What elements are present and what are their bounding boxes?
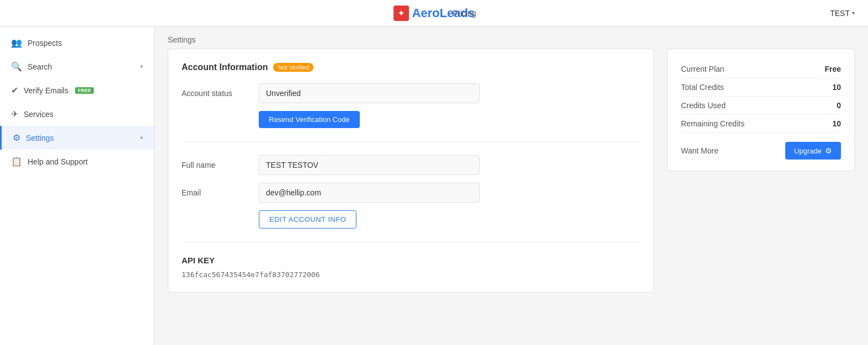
- sidebar-item-settings[interactable]: ⚙ Settings ▾: [0, 126, 154, 150]
- edit-account-button[interactable]: EDIT ACCOUNT INFO: [259, 210, 356, 229]
- user-menu[interactable]: TEST ▾: [830, 9, 855, 18]
- want-more-row: Want More Upgrade ⚙: [681, 142, 841, 160]
- full-name-label: Full name: [182, 161, 259, 169]
- want-more-label: Want More: [681, 146, 718, 155]
- services-icon: ✈: [11, 109, 18, 119]
- section-title-text: Account Information: [182, 62, 268, 72]
- sidebar-item-services[interactable]: ✈ Services: [0, 102, 154, 126]
- email-input[interactable]: [259, 183, 480, 203]
- main-content: Settings Account Information Not Verifie…: [155, 26, 868, 345]
- search-chevron-icon: ▾: [140, 63, 143, 70]
- upgrade-label: Upgrade: [794, 147, 822, 155]
- api-key-title: API KEY: [182, 256, 640, 265]
- resend-row: Resend Verification Code: [259, 111, 640, 128]
- top-nav: ✦ AeroLeads Pricing TEST ▾: [0, 0, 868, 26]
- account-info-section-title: Account Information Not Verified: [182, 62, 640, 72]
- full-name-input[interactable]: [259, 155, 480, 175]
- free-badge: FREE: [75, 87, 94, 94]
- current-plan-value: Free: [824, 65, 841, 73]
- current-plan-label: Current Plan: [681, 65, 725, 73]
- remaining-credits-row: Remaining Credits 10: [681, 115, 841, 133]
- api-key-value[interactable]: 136fcac567435454e7faf83702772006: [182, 270, 640, 279]
- not-verified-badge: Not Verified: [273, 63, 313, 72]
- full-name-group: Full name: [182, 155, 640, 175]
- search-icon: 🔍: [11, 61, 22, 72]
- edit-row: EDIT ACCOUNT INFO: [259, 210, 640, 229]
- email-group: Email: [182, 183, 640, 203]
- pricing-link[interactable]: Pricing: [452, 9, 476, 18]
- sidebar-item-help[interactable]: 📋 Help and Support: [0, 150, 154, 173]
- settings-icon: ⚙: [13, 132, 20, 143]
- sidebar-item-prospects[interactable]: 👥 Prospects: [0, 31, 154, 55]
- help-icon: 📋: [11, 156, 22, 167]
- sidebar-item-label: Prospects: [28, 39, 62, 47]
- total-credits-row: Total Credits 10: [681, 78, 841, 97]
- credits-used-row: Credits Used 0: [681, 97, 841, 115]
- sidebar: 👥 Prospects 🔍 Search ▾ ✔ Verify Emails F…: [0, 26, 155, 345]
- credits-used-value: 0: [837, 101, 841, 110]
- api-key-section: API KEY 136fcac567435454e7faf83702772006: [182, 256, 640, 279]
- sidebar-item-label: Search: [28, 62, 52, 71]
- credits-box: Current Plan Free Total Credits 10 Credi…: [667, 49, 855, 171]
- account-status-label: Account status: [182, 89, 259, 98]
- api-divider: [182, 242, 640, 242]
- logo-icon: ✦: [393, 6, 409, 21]
- remaining-credits-label: Remaining Credits: [681, 119, 744, 128]
- sidebar-item-search[interactable]: 🔍 Search ▾: [0, 55, 154, 78]
- settings-chevron-icon: ▾: [140, 135, 143, 141]
- layout: 👥 Prospects 🔍 Search ▾ ✔ Verify Emails F…: [0, 26, 868, 345]
- remaining-credits-value: 10: [832, 119, 841, 128]
- settings-panel: Account Information Not Verified Account…: [168, 49, 654, 293]
- current-plan-row: Current Plan Free: [681, 60, 841, 78]
- divider: [182, 141, 640, 142]
- account-status-group: Account status: [182, 83, 640, 103]
- email-label: Email: [182, 188, 259, 197]
- total-credits-value: 10: [832, 83, 841, 92]
- breadcrumb: Settings: [155, 26, 868, 49]
- upgrade-button[interactable]: Upgrade ⚙: [785, 142, 841, 160]
- content-area: Account Information Not Verified Account…: [155, 49, 868, 293]
- upgrade-gear-icon: ⚙: [825, 146, 832, 155]
- user-chevron-icon: ▾: [852, 10, 855, 16]
- sidebar-item-label: Verify Emails: [24, 86, 68, 95]
- resend-verification-button[interactable]: Resend Verification Code: [259, 111, 360, 128]
- prospects-icon: 👥: [11, 38, 22, 48]
- sidebar-item-label: Settings: [26, 134, 54, 142]
- verify-icon: ✔: [11, 85, 18, 95]
- sidebar-item-verify-emails[interactable]: ✔ Verify Emails FREE: [0, 78, 154, 102]
- right-panel: Current Plan Free Total Credits 10 Credi…: [667, 49, 855, 293]
- total-credits-label: Total Credits: [681, 83, 724, 92]
- credits-used-label: Credits Used: [681, 101, 726, 110]
- sidebar-item-label: Services: [24, 110, 54, 119]
- account-status-input[interactable]: [259, 83, 480, 103]
- user-label: TEST: [830, 9, 850, 18]
- sidebar-item-label: Help and Support: [28, 157, 88, 166]
